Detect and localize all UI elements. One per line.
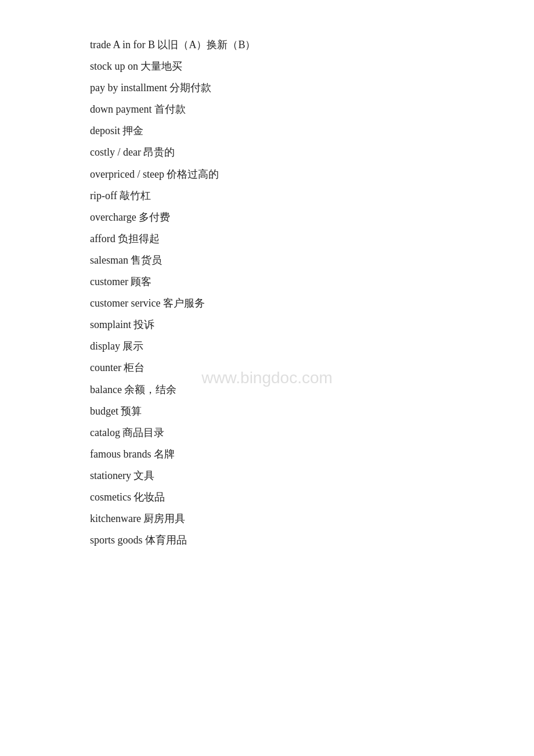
list-item: kitchenware 厨房用具: [90, 509, 444, 529]
list-item: balance 余额，结余: [90, 380, 444, 400]
list-item: catalog 商品目录: [90, 423, 444, 443]
list-item: customer service 客户服务: [90, 293, 444, 314]
list-item: salesman 售货员: [90, 250, 444, 271]
list-item: afford 负担得起: [90, 229, 444, 249]
vocab-list: trade A in for B 以旧（A）换新（B）stock up on 大…: [0, 0, 534, 586]
list-item: deposit 押金: [90, 121, 444, 141]
list-item: display 展示: [90, 336, 444, 357]
list-item: stock up on 大量地买: [90, 56, 444, 77]
list-item: sports goods 体育用品: [90, 530, 444, 550]
list-item: stationery 文具: [90, 466, 444, 486]
list-item: rip-off 敲竹杠: [90, 186, 444, 206]
list-item: overpriced / steep 价格过高的: [90, 164, 444, 185]
list-item: famous brands 名牌: [90, 444, 444, 465]
list-item: budget 预算: [90, 401, 444, 422]
list-item: cosmetics 化妆品: [90, 487, 444, 507]
list-item: down payment 首付款: [90, 99, 444, 120]
list-item: somplaint 投诉: [90, 315, 444, 335]
list-item: overcharge 多付费: [90, 207, 444, 228]
list-item: trade A in for B 以旧（A）换新（B）: [90, 35, 444, 55]
list-item: customer 顾客: [90, 272, 444, 292]
list-item: costly / dear 昂贵的: [90, 142, 444, 163]
list-item: pay by installment 分期付款: [90, 78, 444, 98]
list-item: counter 柜台: [90, 358, 444, 378]
